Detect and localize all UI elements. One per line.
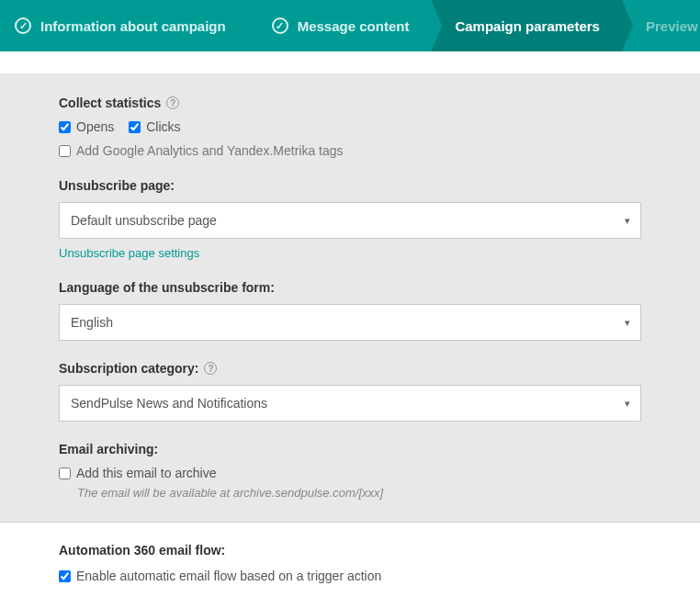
archive-label: Email archiving: (59, 442, 641, 456)
unsub-language-block: Language of the unsubscribe form: Englis… (59, 280, 641, 341)
stats-opens-checkbox[interactable]: Opens (59, 119, 114, 134)
step-label: Information about campaign (40, 18, 226, 34)
category-select[interactable]: SendPulse News and Notifications (59, 385, 641, 422)
language-select[interactable]: English (59, 304, 641, 341)
cat-label: Subscription category: ? (59, 361, 641, 376)
checkbox-label: Opens (76, 119, 114, 134)
checkbox-label: Add this email to archive (76, 466, 217, 480)
auto-enable-checkbox[interactable]: Enable automatic email flow based on a t… (59, 569, 641, 583)
unsub-settings-link[interactable]: Unsubscribe page settings (59, 246, 199, 260)
stats-ga-checkbox[interactable]: Add Google Analytics and Yandex.Metrika … (59, 143, 641, 158)
step-params[interactable]: Campaign parameters (431, 0, 622, 51)
archive-hint: The email will be available at archive.s… (77, 486, 641, 500)
email-archiving-block: Email archiving: Add this email to archi… (59, 442, 641, 500)
unsub-label: Unsubscribe page: (59, 178, 641, 193)
step-preview[interactable]: Preview and send (622, 0, 700, 51)
stats-clicks-checkbox[interactable]: Clicks (129, 119, 180, 134)
unsub-page-select[interactable]: Default unsubscribe page (59, 202, 641, 239)
stats-label: Collect statistics ? (59, 96, 641, 110)
check-icon: ✓ (272, 17, 288, 34)
checkbox-label: Add Google Analytics and Yandex.Metrika … (76, 143, 344, 158)
wizard-steps: ✓ Information about campaign ✓ Message c… (0, 0, 700, 51)
check-icon: ✓ (15, 17, 31, 34)
subscription-category-block: Subscription category: ? SendPulse News … (59, 361, 641, 422)
automation-block: Automation 360 email flow: Enable automa… (59, 523, 641, 597)
lang-label: Language of the unsubscribe form: (59, 280, 641, 295)
auto-label: Automation 360 email flow: (59, 543, 641, 558)
step-message[interactable]: ✓ Message content (248, 0, 432, 51)
archive-checkbox[interactable]: Add this email to archive (59, 466, 641, 480)
collect-statistics-block: Collect statistics ? Opens Clicks Add Go… (59, 96, 641, 158)
help-icon[interactable]: ? (204, 362, 217, 375)
step-label: Preview and send (646, 18, 700, 34)
help-icon[interactable]: ? (166, 96, 179, 109)
unsubscribe-page-block: Unsubscribe page: Default unsubscribe pa… (59, 178, 641, 260)
step-label: Message content (298, 18, 410, 34)
step-label: Campaign parameters (455, 18, 600, 34)
step-info[interactable]: ✓ Information about campaign (0, 0, 248, 51)
checkbox-label: Clicks (146, 119, 180, 134)
checkbox-label: Enable automatic email flow based on a t… (76, 569, 381, 583)
